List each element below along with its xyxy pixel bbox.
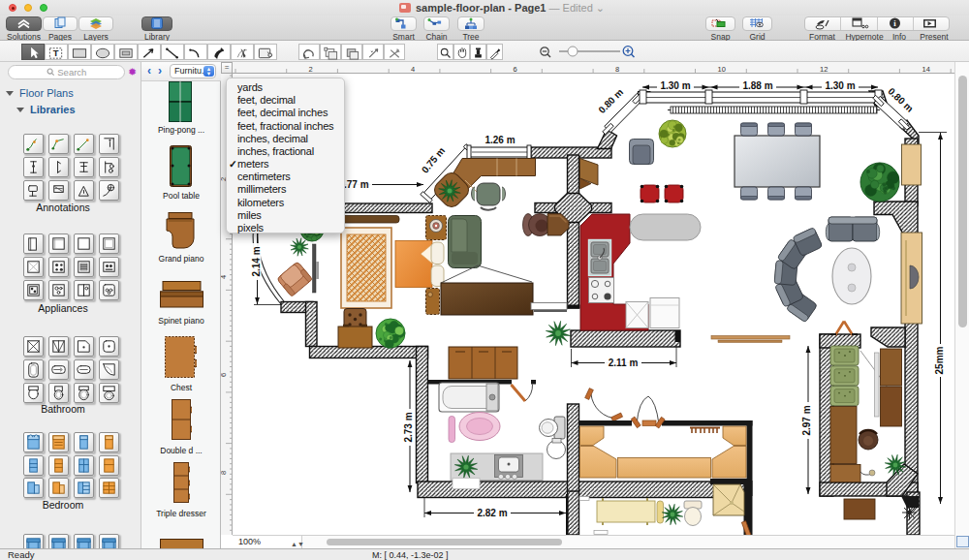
svg-text:2.82 m: 2.82 m — [477, 508, 507, 518]
svg-text:2.73 m: 2.73 m — [403, 412, 414, 442]
svg-text:8: 8 — [221, 471, 228, 475]
svg-text:14: 14 — [922, 65, 930, 74]
svg-text:12: 12 — [820, 65, 828, 74]
svg-text:1.26 m: 1.26 m — [484, 135, 515, 145]
svg-text:1.30 m: 1.30 m — [660, 80, 690, 91]
svg-text:2.14 m: 2.14 m — [251, 246, 262, 276]
svg-text:T: T — [53, 47, 59, 58]
svg-text:2: 2 — [309, 65, 313, 74]
svg-text:0.75 m: 0.75 m — [420, 145, 448, 175]
svg-text:2.97 m: 2.97 m — [801, 405, 812, 435]
svg-text:2.11 m: 2.11 m — [609, 358, 639, 368]
svg-text:6: 6 — [514, 65, 517, 74]
svg-text:6: 6 — [221, 373, 228, 377]
svg-text:10: 10 — [718, 65, 726, 74]
svg-text:1.88 m: 1.88 m — [742, 80, 772, 91]
svg-text:1.30 m: 1.30 m — [825, 80, 855, 91]
svg-text:4: 4 — [221, 275, 228, 279]
svg-text:4: 4 — [411, 65, 415, 74]
svg-text:8: 8 — [615, 65, 619, 74]
svg-text:25mm: 25mm — [934, 346, 945, 374]
